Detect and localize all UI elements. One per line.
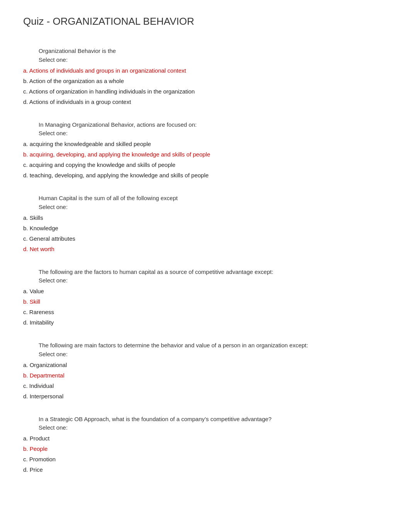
answer-q3d: d. Net worth (23, 245, 387, 254)
answer-q2c: c. acquiring and copying the knowledge a… (23, 160, 387, 170)
answer-q4d: d. Imitability (23, 318, 387, 327)
answer-q6a: a. Product (23, 434, 387, 443)
answer-q3a: a. Skills (23, 213, 387, 223)
question-text-1: Organizational Behavior is the (23, 47, 387, 56)
answer-q1d: d. Actions of individuals in a group con… (23, 97, 387, 107)
question-text-5: The following are main factors to determ… (23, 341, 387, 350)
question-text-6: In a Strategic OB Approach, what is the … (23, 415, 387, 424)
select-one-label-1: Select one: (23, 56, 387, 63)
question-block-6: In a Strategic OB Approach, what is the … (23, 415, 387, 475)
question-text-4: The following are the factors to human c… (23, 268, 387, 277)
answer-q6c: c. Promotion (23, 455, 387, 464)
select-one-label-6: Select one: (23, 424, 387, 431)
answer-q5b: b. Departmental (23, 371, 387, 380)
answer-q2d: d. teaching, developing, and applying th… (23, 171, 387, 180)
question-block-2: In Managing Organizational Behavior, act… (23, 121, 387, 180)
question-text-3: Human Capital is the sum of all of the f… (23, 194, 387, 203)
answer-q6d: d. Price (23, 465, 387, 474)
answer-q5c: c. Individual (23, 381, 387, 391)
answer-q1a: a. Actions of individuals and groups in … (23, 66, 387, 75)
select-one-label-3: Select one: (23, 204, 387, 210)
select-one-label-2: Select one: (23, 130, 387, 136)
select-one-label-5: Select one: (23, 351, 387, 357)
question-block-4: The following are the factors to human c… (23, 268, 387, 328)
answer-q2a: a. acquiring the knowledgeable and skill… (23, 139, 387, 149)
answer-q4c: c. Rareness (23, 308, 387, 317)
answer-q4b: b. Skill (23, 297, 387, 306)
questions-container: Organizational Behavior is theSelect one… (23, 47, 387, 474)
answer-q3b: b. Knowledge (23, 224, 387, 233)
page-title: Quiz - ORGANIZATIONAL BEHAVIOR (23, 15, 387, 31)
answer-q3c: c. General attributes (23, 234, 387, 243)
answer-q5d: d. Interpersonal (23, 392, 387, 401)
answer-q5a: a. Organizational (23, 360, 387, 370)
question-block-5: The following are main factors to determ… (23, 341, 387, 401)
answer-q4a: a. Value (23, 287, 387, 296)
answer-q6b: b. People (23, 444, 387, 454)
question-text-2: In Managing Organizational Behavior, act… (23, 121, 387, 129)
question-block-3: Human Capital is the sum of all of the f… (23, 194, 387, 254)
answer-q1b: b. Action of the organization as a whole (23, 76, 387, 86)
select-one-label-4: Select one: (23, 277, 387, 284)
answer-q2b: b. acquiring, developing, and applying t… (23, 150, 387, 159)
question-block-1: Organizational Behavior is theSelect one… (23, 47, 387, 107)
answer-q1c: c. Actions of organization in handling i… (23, 87, 387, 96)
